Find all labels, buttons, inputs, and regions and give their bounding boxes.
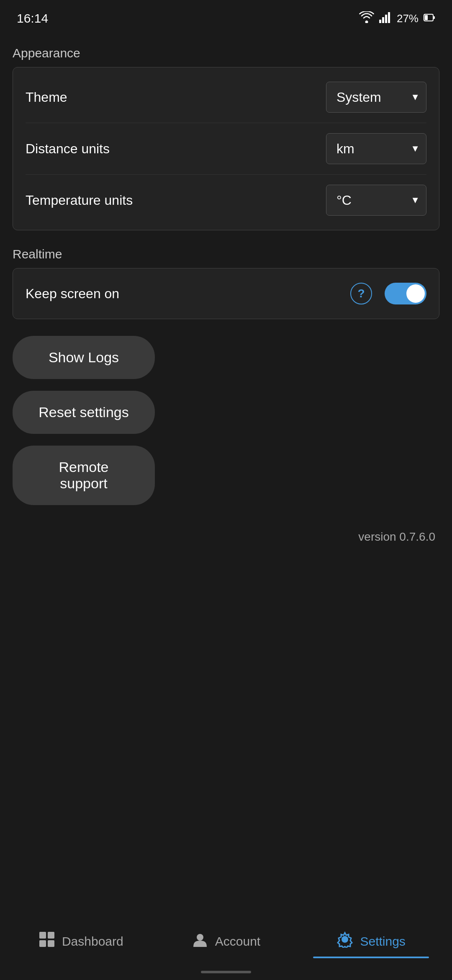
reset-settings-button[interactable]: Reset settings [13, 391, 155, 434]
temperature-row: Temperature units °C °F [26, 175, 426, 226]
temperature-label: Temperature units [26, 193, 133, 208]
action-buttons: Show Logs Reset settings Remote support [13, 336, 439, 505]
settings-label: Settings [360, 934, 405, 949]
bottom-nav: Dashboard Account Settings [0, 923, 452, 971]
status-bar: 16:14 27% [0, 0, 452, 34]
toggle-container: ? [350, 283, 426, 304]
nav-settings[interactable]: Settings [298, 931, 444, 958]
theme-row: Theme System Light Dark [26, 72, 426, 123]
svg-point-11 [197, 934, 203, 941]
theme-select[interactable]: System Light Dark [326, 82, 426, 113]
theme-dropdown-wrapper[interactable]: System Light Dark [326, 82, 426, 113]
nav-dashboard[interactable]: Dashboard [8, 931, 154, 958]
svg-rect-9 [39, 940, 46, 947]
wifi-icon [359, 11, 374, 26]
remote-support-button[interactable]: Remote support [13, 446, 155, 505]
main-content: Appearance Theme System Light Dark Dista… [0, 34, 452, 923]
distance-row: Distance units km miles [26, 123, 426, 175]
svg-rect-1 [382, 17, 384, 23]
battery-text: 27% [397, 12, 419, 25]
distance-label: Distance units [26, 141, 110, 157]
appearance-section-label: Appearance [13, 46, 439, 60]
help-icon[interactable]: ? [350, 283, 372, 304]
svg-rect-2 [385, 15, 387, 23]
help-icon-symbol: ? [357, 287, 365, 300]
theme-label: Theme [26, 90, 67, 105]
signal-icon [379, 11, 392, 26]
settings-icon [336, 931, 353, 952]
settings-active-bar [313, 957, 429, 958]
distance-dropdown-wrapper[interactable]: km miles [326, 133, 426, 164]
keep-screen-label: Keep screen on [26, 286, 119, 302]
show-logs-button[interactable]: Show Logs [13, 336, 155, 379]
appearance-card: Theme System Light Dark Distance units k… [13, 67, 439, 230]
battery-icon [424, 12, 435, 25]
distance-select[interactable]: km miles [326, 133, 426, 164]
version-text: version 0.7.6.0 [13, 522, 439, 548]
svg-rect-7 [39, 932, 46, 939]
temperature-select[interactable]: °C °F [326, 185, 426, 216]
keep-screen-row: Keep screen on ? [26, 273, 426, 315]
svg-rect-10 [48, 940, 54, 947]
dashboard-icon [39, 931, 55, 952]
account-label: Account [215, 934, 260, 949]
svg-rect-8 [48, 932, 54, 939]
realtime-section-label: Realtime [13, 247, 439, 261]
keep-screen-toggle[interactable] [385, 283, 426, 304]
dashboard-label: Dashboard [62, 934, 123, 949]
nav-account[interactable]: Account [154, 931, 299, 958]
bottom-handle [201, 971, 251, 973]
svg-rect-5 [433, 16, 435, 19]
account-icon [192, 931, 208, 952]
svg-rect-3 [388, 12, 390, 23]
realtime-card: Keep screen on ? [13, 268, 439, 319]
status-icons: 27% [359, 11, 435, 26]
temperature-dropdown-wrapper[interactable]: °C °F [326, 185, 426, 216]
svg-rect-0 [379, 20, 381, 23]
status-time: 16:14 [17, 11, 48, 26]
svg-rect-6 [425, 15, 428, 20]
